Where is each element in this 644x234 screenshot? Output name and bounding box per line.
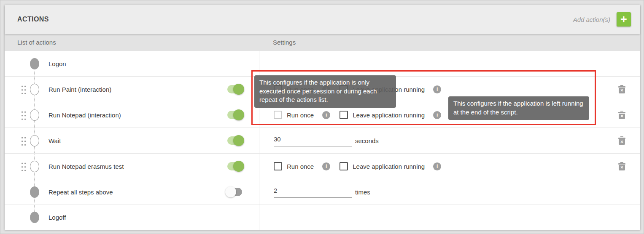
- settings-cell: Run once i Leave application running i: [259, 154, 640, 179]
- trash-icon: [620, 111, 623, 112]
- trash-icon: ✕: [619, 114, 625, 119]
- repeat-times-input[interactable]: [274, 186, 352, 198]
- step-node-icon: [30, 135, 39, 146]
- add-action-button[interactable]: +: [617, 12, 631, 27]
- enable-toggle[interactable]: [227, 188, 242, 196]
- wait-unit-label: seconds: [355, 137, 379, 144]
- action-label: Logon: [49, 51, 66, 76]
- trash-icon: [620, 136, 623, 137]
- toggle-thumb: [225, 186, 236, 197]
- delete-action-button[interactable]: ✕: [618, 162, 625, 170]
- leave-running-checkbox[interactable]: [340, 162, 348, 170]
- action-row-logon: Logon: [5, 51, 640, 77]
- action-label: Run Paint (interaction): [49, 77, 111, 102]
- info-icon[interactable]: i: [433, 111, 441, 119]
- info-glyph: i: [326, 112, 327, 118]
- trash-x-glyph: ✕: [620, 89, 624, 93]
- step-node-icon: [30, 186, 39, 198]
- plus-icon: +: [620, 13, 627, 26]
- panel-title: ACTIONS: [17, 16, 49, 23]
- add-actions-label: Add action(s): [573, 16, 610, 23]
- trash-icon: [618, 138, 625, 139]
- step-node-icon: [30, 84, 39, 95]
- repeat-unit-label: times: [355, 189, 370, 196]
- info-glyph: i: [437, 112, 438, 118]
- toggle-thumb: [233, 84, 244, 95]
- step-node-icon: [30, 109, 39, 121]
- info-icon[interactable]: i: [433, 162, 441, 170]
- action-row-wait: Wait seconds ✕: [5, 128, 640, 154]
- info-icon[interactable]: i: [322, 111, 330, 119]
- action-label: Logoff: [49, 205, 66, 230]
- trash-icon: [618, 112, 625, 113]
- trash-icon: [618, 86, 625, 88]
- action-row-run-notepad-erasmus: Run Notepad erasmus test Run once i Leav…: [5, 154, 640, 179]
- column-header-settings: Settings: [273, 34, 296, 51]
- drag-handle-icon[interactable]: [21, 110, 26, 120]
- trash-x-glyph: ✕: [620, 166, 624, 170]
- header-actions: Add action(s) +: [573, 12, 631, 27]
- step-node-icon: [30, 161, 39, 172]
- info-glyph: i: [326, 163, 327, 169]
- action-label: Run Notepad erasmus test: [49, 154, 124, 179]
- action-label: Run Notepad (interaction): [49, 102, 121, 128]
- delete-action-button[interactable]: ✕: [618, 111, 625, 119]
- info-glyph: i: [437, 86, 438, 92]
- enable-toggle[interactable]: [227, 162, 242, 170]
- leave-running-label: Leave application running: [353, 163, 425, 170]
- action-label: Repeat all steps above: [49, 179, 113, 205]
- action-label: Wait: [49, 128, 61, 153]
- screenshot-page: ACTIONS Add action(s) + List of actions …: [0, 0, 644, 234]
- trash-x-glyph: ✕: [620, 114, 624, 118]
- trash-icon: [618, 163, 625, 165]
- action-row-repeat: Repeat all steps above times: [5, 179, 640, 205]
- drag-handle-icon[interactable]: [21, 162, 26, 171]
- toggle-thumb: [233, 135, 244, 146]
- leave-running-label: Leave application running: [353, 112, 425, 119]
- run-once-label: Run once: [287, 163, 314, 170]
- trash-icon: [620, 85, 623, 86]
- trash-icon: [620, 162, 623, 163]
- info-icon[interactable]: i: [433, 85, 441, 93]
- step-node-icon: [30, 212, 39, 223]
- settings-cell-empty: [259, 205, 640, 230]
- column-header-list: List of actions: [17, 34, 56, 51]
- step-node-icon: [30, 58, 39, 69]
- panel-header: ACTIONS Add action(s) +: [5, 5, 640, 34]
- run-once-label: Run once: [287, 112, 314, 119]
- enable-toggle[interactable]: [227, 111, 242, 119]
- enable-toggle[interactable]: [227, 85, 242, 93]
- enable-toggle[interactable]: [227, 136, 242, 145]
- trash-icon: ✕: [619, 139, 625, 145]
- info-icon[interactable]: i: [322, 162, 330, 170]
- settings-cell: times: [259, 179, 640, 205]
- drag-handle-icon[interactable]: [21, 136, 26, 146]
- info-glyph: i: [437, 163, 438, 169]
- settings-cell: seconds: [259, 128, 640, 153]
- column-headers: List of actions Settings: [5, 34, 640, 51]
- toggle-thumb: [233, 161, 244, 172]
- toggle-thumb: [233, 109, 244, 120]
- run-once-checkbox[interactable]: [274, 162, 282, 170]
- leave-running-tooltip: This configures if the application is le…: [448, 96, 589, 120]
- trash-x-glyph: ✕: [620, 140, 624, 144]
- drag-handle-icon[interactable]: [21, 85, 26, 94]
- run-once-tooltip: This configures if the application is on…: [254, 75, 396, 108]
- settings-cell-empty: [259, 51, 640, 76]
- action-row-logoff: Logoff: [5, 205, 640, 230]
- delete-action-button[interactable]: ✕: [618, 136, 625, 145]
- trash-icon: ✕: [619, 165, 625, 170]
- wait-seconds-input[interactable]: [274, 135, 352, 146]
- delete-action-button[interactable]: ✕: [618, 85, 625, 93]
- leave-running-checkbox[interactable]: [340, 111, 348, 119]
- trash-icon: ✕: [619, 88, 625, 93]
- run-once-checkbox[interactable]: [274, 111, 282, 119]
